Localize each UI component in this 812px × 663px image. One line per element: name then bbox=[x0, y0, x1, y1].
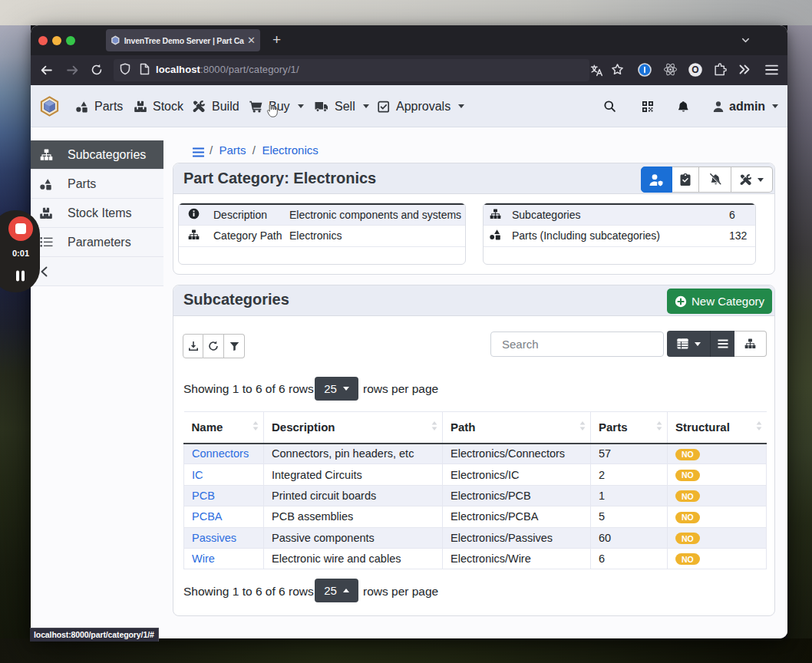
svg-text:O: O bbox=[692, 64, 698, 75]
